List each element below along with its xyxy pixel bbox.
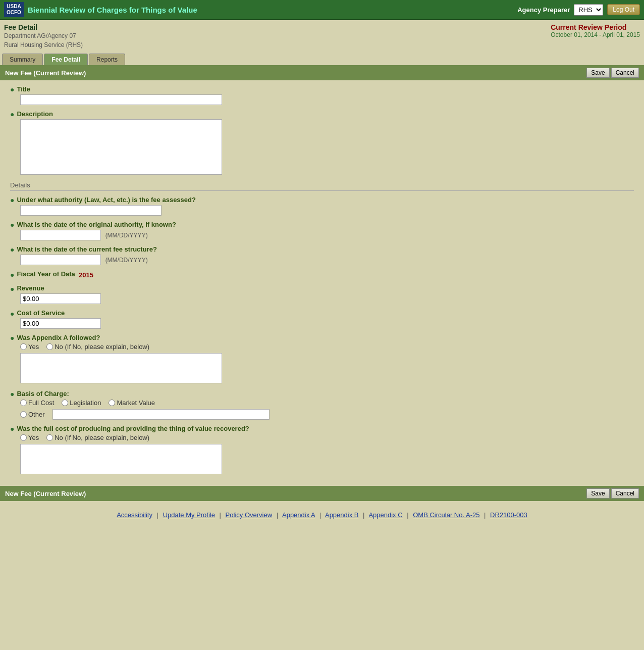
dept-line1: Department AG/Agency 07	[4, 31, 83, 40]
save-button-bottom[interactable]: Save	[586, 488, 609, 498]
form-area: ● Title ● Description Details ● Under wh…	[0, 80, 644, 486]
basis-market-value-label[interactable]: Market Value	[109, 399, 155, 407]
description-bullet: ●	[10, 110, 14, 118]
title-input[interactable]	[20, 94, 222, 105]
footer-link-appendix-c[interactable]: Appendix C	[368, 511, 402, 519]
original-date-hint: (MM/DD/YYYY)	[105, 232, 148, 239]
current-fee-row: ● What is the date of the current fee st…	[10, 245, 634, 265]
appendix-a-no-text: No (If No, please explain, below)	[55, 343, 149, 351]
appendix-a-row: ● Was Appendix A followed? Yes No (If No…	[10, 334, 634, 385]
fiscal-year-value: 2015	[79, 271, 93, 279]
full-cost-question: Was the full cost of producing and provi…	[17, 425, 249, 432]
header-right: Agency Preparer RHS Log Out	[517, 4, 640, 16]
description-textarea[interactable]	[20, 119, 222, 175]
full-cost-yes-radio[interactable]	[20, 434, 27, 441]
basis-market-value-text: Market Value	[117, 399, 155, 407]
basis-full-cost-radio[interactable]	[20, 399, 27, 406]
footer-link-dr[interactable]: DR2100-003	[490, 511, 527, 519]
original-authority-date-input[interactable]	[20, 230, 101, 240]
basis-full-cost-label[interactable]: Full Cost	[20, 399, 54, 407]
cost-bullet: ●	[10, 310, 14, 318]
revenue-input[interactable]	[20, 293, 101, 304]
fee-header: Fee Detail Department AG/Agency 07 Rural…	[0, 20, 644, 52]
save-button-top[interactable]: Save	[586, 68, 609, 78]
basis-radio-row1: Full Cost Legislation Market Value	[20, 399, 634, 407]
current-fee-field-container: (MM/DD/YYYY)	[20, 255, 634, 265]
app-title: Biennial Review of Charges for Things of…	[28, 6, 197, 14]
agency-preparer-label: Agency Preparer	[517, 6, 570, 14]
revenue-bullet: ●	[10, 285, 14, 293]
full-cost-yes-text: Yes	[28, 434, 39, 441]
cost-input[interactable]	[20, 318, 101, 329]
basis-other-text: Other	[28, 411, 45, 418]
full-cost-field-container: Yes No (If No, please explain, below)	[20, 434, 634, 476]
header: USDA OCFO Biennial Review of Charges for…	[0, 0, 644, 20]
basis-other-radio[interactable]	[20, 411, 27, 418]
full-cost-no-label[interactable]: No (If No, please explain, below)	[46, 434, 149, 441]
sep1: |	[157, 511, 158, 519]
appendix-a-yes-label[interactable]: Yes	[20, 343, 39, 351]
cancel-button-top[interactable]: Cancel	[611, 68, 639, 78]
basis-market-value-radio[interactable]	[109, 399, 115, 406]
fiscal-year-bullet: ●	[10, 271, 14, 279]
current-fee-date-input[interactable]	[20, 255, 101, 265]
cost-field-container	[20, 318, 634, 329]
appendix-a-yes-radio[interactable]	[20, 343, 27, 350]
fiscal-year-label: Fiscal Year of Data	[17, 270, 75, 278]
cancel-button-bottom[interactable]: Cancel	[611, 488, 639, 498]
basis-legislation-label[interactable]: Legislation	[62, 399, 101, 407]
review-period-dates: October 01, 2014 - April 01, 2015	[551, 31, 640, 38]
full-cost-no-text: No (If No, please explain, below)	[55, 434, 149, 441]
tab-summary[interactable]: Summary	[2, 54, 43, 65]
appendix-a-explain-textarea[interactable]	[20, 353, 222, 383]
fiscal-year-row: ● Fiscal Year of Data 2015	[10, 270, 634, 279]
cost-row: ● Cost of Service	[10, 309, 634, 329]
title-row: ● Title	[10, 85, 634, 105]
fee-left: Fee Detail Department AG/Agency 07 Rural…	[4, 23, 83, 49]
dept-line2: Rural Housing Service (RHS)	[4, 40, 83, 49]
description-field-container	[20, 119, 634, 176]
basis-legislation-radio[interactable]	[62, 399, 68, 406]
footer: Accessibility | Update My Profile | Poli…	[0, 501, 644, 526]
basis-other-input[interactable]	[52, 409, 270, 420]
footer-link-omb[interactable]: OMB Circular No. A-25	[413, 511, 479, 519]
original-authority-question: What is the date of the original authori…	[17, 221, 176, 228]
appendix-a-no-label[interactable]: No (If No, please explain, below)	[46, 343, 149, 351]
footer-link-accessibility[interactable]: Accessibility	[117, 511, 152, 519]
original-authority-field-container: (MM/DD/YYYY)	[20, 230, 634, 240]
appendix-a-radio-row: Yes No (If No, please explain, below)	[20, 343, 634, 351]
full-cost-yes-label[interactable]: Yes	[20, 434, 39, 441]
authority-question: Under what authority (Law, Act, etc.) is…	[17, 196, 195, 204]
details-header: Details	[10, 181, 634, 191]
authority-input[interactable]	[20, 205, 162, 216]
current-date-hint: (MM/DD/YYYY)	[105, 257, 148, 264]
authority-row: ● Under what authority (Law, Act, etc.) …	[10, 196, 634, 216]
footer-link-appendix-a[interactable]: Appendix A	[282, 511, 315, 519]
tab-fee-detail[interactable]: Fee Detail	[44, 54, 88, 65]
full-cost-no-radio[interactable]	[46, 434, 53, 441]
description-label: Description	[17, 110, 53, 118]
cost-label: Cost of Service	[17, 309, 65, 317]
appendix-a-no-radio[interactable]	[46, 343, 53, 350]
appendix-a-bullet: ●	[10, 334, 14, 342]
review-period-title: Current Review Period	[551, 23, 640, 31]
basis-label: Basis of Charge:	[17, 390, 69, 397]
fee-right: Current Review Period October 01, 2014 -…	[551, 23, 640, 49]
basis-full-cost-text: Full Cost	[28, 399, 54, 407]
title-field-container	[20, 94, 634, 105]
footer-link-update-profile[interactable]: Update My Profile	[163, 511, 215, 519]
footer-link-policy-overview[interactable]: Policy Overview	[226, 511, 272, 519]
full-cost-explain-textarea[interactable]	[20, 444, 222, 474]
logout-button[interactable]: Log Out	[607, 4, 640, 15]
sep3: |	[277, 511, 278, 519]
section-bar-bottom-title: New Fee (Current Review)	[5, 490, 86, 497]
full-cost-row: ● Was the full cost of producing and pro…	[10, 425, 634, 476]
basis-field-container: Full Cost Legislation Market Value Other	[20, 399, 634, 420]
section-bar-buttons: Save Cancel	[586, 68, 639, 78]
tab-reports[interactable]: Reports	[89, 54, 125, 65]
basis-radio-row2: Other	[20, 409, 634, 420]
agency-select[interactable]: RHS	[574, 4, 603, 16]
appendix-a-yes-text: Yes	[28, 343, 39, 351]
basis-other-label[interactable]: Other	[20, 411, 45, 418]
footer-link-appendix-b[interactable]: Appendix B	[325, 511, 359, 519]
